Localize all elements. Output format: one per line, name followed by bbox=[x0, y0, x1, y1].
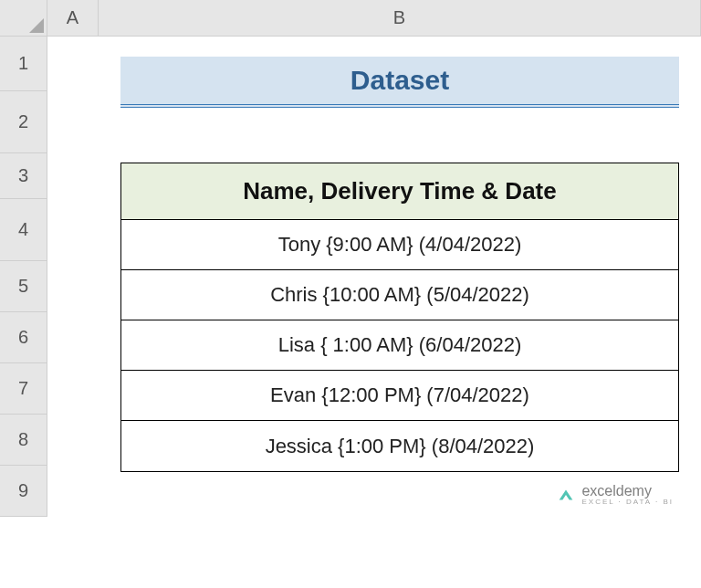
cell-A9[interactable] bbox=[47, 466, 99, 517]
col-header-A[interactable]: A bbox=[47, 0, 99, 37]
watermark-tag: EXCEL · DATA · BI bbox=[581, 499, 674, 506]
table-row[interactable]: Evan {12:00 PM} (7/04/2022) bbox=[121, 371, 678, 421]
cell-A3[interactable] bbox=[47, 153, 99, 199]
watermark: exceldemy EXCEL · DATA · BI bbox=[556, 484, 674, 506]
cell-A4[interactable] bbox=[47, 199, 99, 261]
cell-A5[interactable] bbox=[47, 261, 99, 312]
table-row[interactable]: Tony {9:00 AM} (4/04/2022) bbox=[121, 220, 678, 270]
row-header-4[interactable]: 4 bbox=[0, 199, 47, 261]
content-area: Dataset Name, Delivery Time & Date Tony … bbox=[99, 37, 701, 517]
row-header-7[interactable]: 7 bbox=[0, 363, 47, 415]
row-header-1[interactable]: 1 bbox=[0, 37, 47, 91]
row-header-8[interactable]: 8 bbox=[0, 415, 47, 466]
table-row[interactable]: Jessica {1:00 PM} (8/04/2022) bbox=[121, 421, 678, 471]
data-table: Name, Delivery Time & Date Tony {9:00 AM… bbox=[120, 163, 679, 472]
table-row[interactable]: Lisa { 1:00 AM} (6/04/2022) bbox=[121, 320, 678, 371]
cell-A2[interactable] bbox=[47, 91, 99, 153]
title-banner: Dataset bbox=[120, 57, 679, 108]
row-header-2[interactable]: 2 bbox=[0, 91, 47, 153]
table-header[interactable]: Name, Delivery Time & Date bbox=[121, 163, 678, 220]
row-header-3[interactable]: 3 bbox=[0, 153, 47, 199]
row-header-5[interactable]: 5 bbox=[0, 261, 47, 312]
select-all-corner[interactable] bbox=[0, 0, 47, 37]
cell-A6[interactable] bbox=[47, 312, 99, 363]
row-header-9[interactable]: 9 bbox=[0, 466, 47, 517]
col-header-B[interactable]: B bbox=[99, 0, 701, 37]
cell-A7[interactable] bbox=[47, 363, 99, 415]
cell-A1[interactable] bbox=[47, 37, 99, 91]
table-row[interactable]: Chris {10:00 AM} (5/04/2022) bbox=[121, 270, 678, 320]
watermark-brand: exceldemy bbox=[581, 484, 674, 499]
title-text: Dataset bbox=[350, 65, 449, 96]
logo-icon bbox=[556, 485, 576, 505]
cell-A8[interactable] bbox=[47, 415, 99, 466]
watermark-text: exceldemy EXCEL · DATA · BI bbox=[581, 484, 674, 506]
spreadsheet-grid: A B 1 Dataset Name, Delivery Time & Date… bbox=[0, 0, 701, 517]
row-header-6[interactable]: 6 bbox=[0, 312, 47, 363]
